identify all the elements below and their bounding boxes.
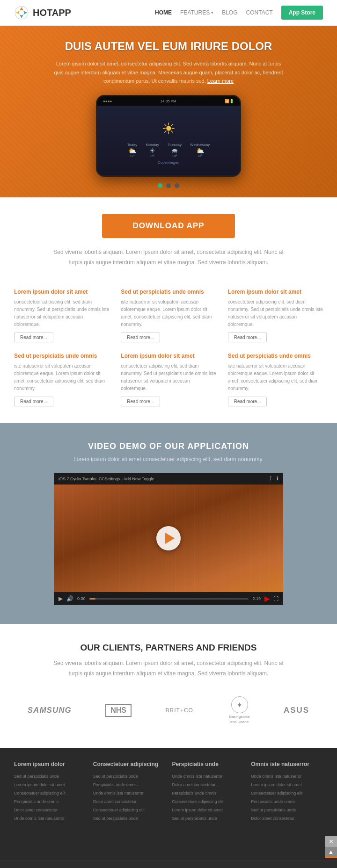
brit-logo: BRIT+CO. [166,707,196,714]
feature-btn-5[interactable]: Read more... [121,397,160,406]
footer-col-3: Perspiciatis unde Unde omnis iste natuse… [172,761,244,823]
download-text: Sed viverra lobortis aliquam. Lorem ipsu… [51,247,286,268]
volume-icon[interactable]: 🔊 [66,595,73,602]
phone-day-wed: Wednesday ⛅ 13° [190,143,210,158]
feature-btn-4[interactable]: Read more... [14,397,53,406]
scroll-buttons: ✕ ▲ [0,836,337,861]
feature-btn-1[interactable]: Read more... [14,333,53,342]
dot-3[interactable] [175,183,179,188]
footer-col-3-item-6: Sed ut perspiciatis unde [172,814,244,823]
clients-logos: SAMSUNG NHS BRIT+CO. ✦ Basingstokeand De… [9,692,328,729]
nav-features[interactable]: FEATURES▾ [180,9,213,16]
footer-col-2-title: Consectetuer adipiscing [93,761,165,767]
fullscreen-icon[interactable]: ⛶ [273,596,278,601]
feature-btn-3[interactable]: Read more... [228,333,267,342]
clients-title: OUR CLIENTS, PARTNERS AND FRIENDS [9,643,328,653]
feature-item-5: Lorem ipsum dolor sit amet consectetuer … [121,353,216,406]
footer-col-2-item-2: Perspiciatis unde omnis [93,781,165,789]
nav: HOME FEATURES▾ BLOG CONTACT App Store [155,6,323,20]
phone-mockup: ●●●● 14:05 PM 📶🔋 ☀ Today ⛅ 12° Monday ☀ … [96,95,241,177]
footer-col-4-item-4: Perspiciatis unde omnis [251,797,323,806]
features-section: Lorem ipsum dolor sit amet consectetuer … [0,284,337,423]
youtube-icon[interactable]: ▶ [264,595,270,602]
feature-item-3: Lorem ipsum dolor sit amet consectetuer … [228,289,323,342]
share-icon[interactable]: ⤴ [269,476,272,482]
social-bar: f t ▶ in P [0,861,337,868]
asus-logo: ASUS [284,706,309,715]
feature-btn-6[interactable]: Read more... [228,397,267,406]
dot-2[interactable] [166,183,171,188]
footer-col-2-item-3: Unde omnis iste natuserror [93,789,165,797]
nav-home[interactable]: HOME [155,9,172,16]
feature-title-5: Lorem ipsum dolor sit amet [121,353,216,359]
footer-col-3-item-4: Consectetuer adipiscing elit [172,797,244,806]
footer-col-1-item-1: Sed ut perspiciatis unde [14,772,86,781]
feature-item-1: Lorem ipsum dolor sit amet consectetuer … [14,289,109,342]
svg-point-1 [20,11,23,14]
video-subtitle: Lorem ipsum dolor sit amet consectetuer … [9,456,328,463]
dot-1[interactable] [158,183,162,188]
video-title: VIDEO DEMO OF OUR APPLICATION [9,441,328,451]
hero-learn-more[interactable]: Learn more [207,78,234,84]
footer-col-1-item-4: Perspiciatis unde omnis [14,797,86,806]
header: HOTAPP HOME FEATURES▾ BLOG CONTACT App S… [0,0,337,26]
footer-col-3-item-3: Perspiciatis unde omnis [172,789,244,797]
feature-text-4: iste natuserror sit volupatem accusan do… [14,362,109,392]
hero-text: Lorem ipsum dolor sit amet, consectetur … [51,59,286,86]
footer-col-4-item-1: Unde omnis iste natuserror [251,772,323,781]
video-thumbnail[interactable] [54,485,283,592]
video-section: VIDEO DEMO OF OUR APPLICATION Lorem ipsu… [0,423,337,624]
info-icon[interactable]: ℹ [277,476,278,482]
footer-col-1-item-6: Unde omnis iste natuserror [14,814,86,823]
scroll-up-button[interactable]: ✕ [325,836,337,847]
appstore-button[interactable]: App Store [281,6,323,20]
hero-section: DUIS AUTEM VEL EUM IRIURE DOLOR Lorem ip… [0,26,337,197]
phone-time: 14:05 PM [161,99,176,103]
footer-col-1-title: Lorem ipsum dolor [14,761,86,767]
phone-day-mon: Monday ☀ 15° [146,143,159,158]
footer-col-3-item-5: Lorem ipsum dolor sit amet [172,806,244,814]
video-player: iOS 7 Cydia Tweaks: CCSettings - Add New… [54,473,283,605]
feature-text-3: consectetuer adipiscing elit, sed diam n… [228,298,323,328]
logo: HOTAPP [14,5,71,20]
logo-text: HOTAPP [33,7,71,18]
feature-item-4: Sed ut perspiciatis unde omnis iste natu… [14,353,109,406]
features-grid: Lorem ipsum dolor sit amet consectetuer … [14,289,323,406]
footer-col-1: Lorem ipsum dolor Sed ut perspiciatis un… [14,761,86,823]
download-section: DOWNLOAD APP Sed viverra lobortis aliqua… [0,197,337,284]
footer-col-2-item-4: Dolor amet consectetur [93,797,165,806]
video-progress-bar[interactable] [89,598,249,600]
feature-title-3: Lorem ipsum dolor sit amet [228,289,323,295]
video-topbar: iOS 7 Cydia Tweaks: CCSettings - Add New… [54,473,283,485]
footer-col-1-item-5: Dolor amet consectetur [14,806,86,814]
footer-col-4-item-5: Sed ut perspiciatis unde [251,806,323,814]
feature-text-2: iste natuserror sit volupatem accusan do… [121,298,216,328]
video-duration: 2:19 [252,596,261,601]
feature-title-4: Sed ut perspiciatis unde omnis [14,353,109,359]
feature-item-6: Sed ut perspiciatis unde omnis iste natu… [228,353,323,406]
nav-contact[interactable]: CONTACT [246,9,273,16]
phone-sun-icon: ☀ [161,119,176,138]
nhs-logo: NHS [105,704,132,717]
clients-section: OUR CLIENTS, PARTNERS AND FRIENDS Sed vi… [0,624,337,748]
play-icon[interactable]: ▶ [59,595,63,602]
footer-col-4: Omnis iste natuserror Unde omnis iste na… [251,761,323,823]
download-button[interactable]: DOWNLOAD APP [102,214,234,238]
footer-col-2-item-1: Sed ut perspiciatis unde [93,772,165,781]
hero-title: DUIS AUTEM VEL EUM IRIURE DOLOR [65,40,272,53]
feature-btn-2[interactable]: Read more... [121,333,160,342]
footer-col-2-item-5: Consectetuer adipiscing elit [93,806,165,814]
footer-grid: Lorem ipsum dolor Sed ut perspiciatis un… [14,761,323,823]
nav-blog[interactable]: BLOG [222,9,237,16]
play-button[interactable] [156,526,181,550]
footer-col-1-item-3: Consectetuer adipiscing elit [14,789,86,797]
phone-city: Copenhagen [158,160,179,165]
footer-col-4-item-6: Dolor amet consectetur [251,814,323,823]
feature-title-2: Sed ut perspiciatis unde omnis [121,289,216,295]
clients-text: Sed viverra lobortis aliquam. Lorem ipsu… [51,658,286,679]
scroll-down-button[interactable]: ▲ [325,847,337,858]
feature-title-6: Sed ut perspiciatis unde omnis [228,353,323,359]
phone-day-tue: Tuesday 🌧 10° [168,143,182,158]
feature-title-1: Lorem ipsum dolor sit amet [14,289,109,295]
footer-col-2-item-6: Sed ut perspiciatis unde [93,814,165,823]
